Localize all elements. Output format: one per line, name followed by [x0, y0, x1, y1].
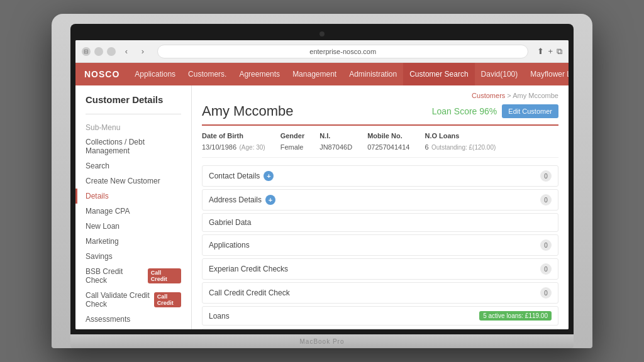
sidebar-item-manage-cpa[interactable]: Manage CPA	[75, 204, 191, 219]
sidebar-item-details[interactable]: Details	[75, 189, 191, 204]
main-layout: Customer Details Sub-Menu Collections / …	[75, 85, 569, 329]
info-ni: N.I. JN87046D	[319, 132, 352, 152]
browser-forward-btn[interactable]: ›	[137, 46, 148, 57]
section-circle-3: 0	[540, 239, 552, 251]
sections-container: Contact Details+0Address Details+0Gabrie…	[202, 165, 558, 329]
section-row-6[interactable]: Loans5 active loans: £119.00	[202, 306, 558, 326]
section-circle-5: 0	[540, 287, 552, 299]
sidebar: Customer Details Sub-Menu Collections / …	[75, 85, 192, 329]
section-row-left-3: Applications	[209, 241, 250, 250]
section-row-right-3: 0	[540, 239, 552, 251]
section-row-0[interactable]: Contact Details+0	[202, 165, 558, 187]
nav-customer-search[interactable]: Customer Search	[403, 63, 474, 85]
info-loans: N.O Loans 6 Outstanding: £(120.00)	[425, 132, 496, 152]
browser-window-controls: ⊟	[82, 47, 116, 56]
camera	[319, 31, 325, 36]
window-min-btn[interactable]	[94, 47, 103, 56]
breadcrumb-customers[interactable]: Customers	[472, 92, 505, 99]
breadcrumb-separator: >	[507, 92, 511, 99]
section-row-left-1: Address Details+	[209, 195, 275, 205]
nav-administration[interactable]: Administration	[343, 63, 403, 85]
section-row-7[interactable]: All Outstanding Actions7	[202, 328, 558, 329]
section-row-left-5: Call Credit Credit Check	[209, 288, 290, 297]
sidebar-item-assessments[interactable]: Assessments	[75, 312, 191, 327]
nav-management[interactable]: Management	[286, 63, 343, 85]
sidebar-item-marketing[interactable]: Marketing	[75, 234, 191, 249]
sidebar-item-savings[interactable]: Savings	[75, 249, 191, 264]
section-circle-4: 0	[540, 263, 552, 275]
nav-user[interactable]: David(100)	[475, 63, 525, 85]
section-row-right-6: 5 active loans: £119.00	[479, 311, 552, 321]
edit-customer-button[interactable]: Edit Customer	[502, 104, 558, 118]
nav-customers[interactable]: Customers.	[182, 63, 233, 85]
section-plus-btn-0[interactable]: +	[264, 171, 274, 181]
section-row-left-2: Gabriel Data	[209, 218, 251, 227]
section-row-left-6: Loans	[209, 312, 230, 321]
section-plus-btn-1[interactable]: +	[265, 195, 275, 205]
laptop-brand-label: MacBook Pro	[299, 338, 344, 345]
customer-header: Amy Mccombe Loan Score 96% Edit Customer	[202, 103, 558, 126]
sidebar-divider-top	[86, 114, 181, 114]
section-circle-0: 0	[540, 170, 552, 182]
nav-logo[interactable]: NOSCO	[82, 69, 128, 79]
sidebar-item-new-loan[interactable]: New Loan	[75, 219, 191, 234]
sidebar-submenu-label: Sub-Menu	[75, 118, 191, 134]
sidebar-item-collections[interactable]: Collections / Debt Management	[75, 134, 191, 158]
customer-header-right: Loan Score 96% Edit Customer	[432, 104, 558, 118]
nav-agreements[interactable]: Agreements	[233, 63, 286, 85]
section-row-left-4: Experian Credit Checks	[209, 265, 288, 273]
section-row-2[interactable]: Gabriel Data	[202, 213, 558, 232]
breadcrumb: Customers > Amy Mccombe	[202, 92, 558, 99]
section-circle-1: 0	[540, 194, 552, 206]
section-row-4[interactable]: Experian Credit Checks0	[202, 258, 558, 280]
screen-bezel: ⊟ ‹ › enterprise-nosco.com ⬆ + ⧉ NOSCO	[70, 24, 574, 334]
browser-back-btn[interactable]: ‹	[121, 46, 132, 57]
info-dob: Date of Birth 13/10/1986 (Age: 30)	[202, 132, 265, 152]
section-row-5[interactable]: Call Credit Credit Check0	[202, 282, 558, 304]
share-icon[interactable]: ⬆	[537, 47, 544, 57]
customer-name: Amy Mccombe	[202, 103, 293, 119]
call-validate-badge: Call Credit	[154, 292, 181, 307]
breadcrumb-current: Amy Mccombe	[513, 92, 558, 99]
tabs-icon[interactable]: ⧉	[557, 47, 562, 57]
sidebar-title: Customer Details	[75, 92, 191, 110]
section-row-left-0: Contact Details+	[209, 171, 274, 181]
nav-bar: NOSCO Applications Customers. Agreements…	[75, 63, 569, 85]
window-max-btn[interactable]	[107, 47, 116, 56]
info-gender: Gender Female	[280, 132, 305, 152]
address-bar[interactable]: enterprise-nosco.com	[157, 45, 528, 58]
content-area: Customers > Amy Mccombe Amy Mccombe Loan…	[192, 85, 569, 329]
sidebar-item-bsb-credit[interactable]: BSB Credit Check Call Credit	[75, 264, 191, 288]
sidebar-item-create[interactable]: Create New Customer	[75, 173, 191, 189]
laptop-frame: ⊟ ‹ › enterprise-nosco.com ⬆ + ⧉ NOSCO	[52, 14, 592, 348]
screen: ⊟ ‹ › enterprise-nosco.com ⬆ + ⧉ NOSCO	[75, 40, 569, 329]
nav-right-section: David(100) Mayflower Loans	[475, 63, 569, 85]
sidebar-item-call-validate[interactable]: Call Validate Credit Check Call Credit	[75, 288, 191, 312]
browser-action-icons: ⬆ + ⧉	[537, 47, 562, 57]
section-badge-6: 5 active loans: £119.00	[479, 311, 552, 321]
section-row-right-1: 0	[540, 194, 552, 206]
nav-branch[interactable]: Mayflower Loans	[524, 63, 569, 85]
laptop-bottom: MacBook Pro	[70, 334, 574, 348]
info-mobile: Mobile No. 07257041414	[367, 132, 409, 152]
browser-chrome: ⊟ ‹ › enterprise-nosco.com ⬆ + ⧉	[75, 40, 569, 63]
section-row-right-4: 0	[540, 263, 552, 275]
nav-applications[interactable]: Applications	[128, 63, 182, 85]
bsb-call-credit-badge: Call Credit	[148, 268, 181, 283]
section-row-3[interactable]: Applications0	[202, 234, 558, 256]
section-row-1[interactable]: Address Details+0	[202, 189, 558, 211]
sidebar-item-bank-details[interactable]: Bank Details	[75, 327, 191, 329]
customer-info-grid: Date of Birth 13/10/1986 (Age: 30) Gende…	[202, 132, 558, 158]
window-close-btn[interactable]: ⊟	[82, 47, 91, 56]
section-row-right-5: 0	[540, 287, 552, 299]
section-row-right-0: 0	[540, 170, 552, 182]
sidebar-item-search[interactable]: Search	[75, 158, 191, 173]
new-tab-icon[interactable]: +	[548, 47, 553, 57]
loan-score: Loan Score 96%	[432, 106, 497, 116]
